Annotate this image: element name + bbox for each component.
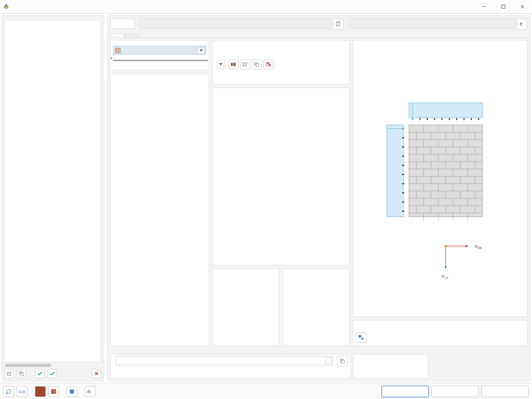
chevron-down-icon	[325, 357, 332, 364]
close-button[interactable]	[513, 0, 532, 13]
copy-item-button[interactable]	[17, 369, 26, 378]
tab-basis[interactable]	[110, 34, 124, 37]
preview-settings-button[interactable]	[356, 332, 367, 343]
kommentar-box	[110, 354, 351, 378]
svg-rect-20	[387, 125, 404, 217]
svg-rect-15	[256, 64, 259, 66]
cancel-button[interactable]	[431, 386, 479, 397]
svg-rect-10	[231, 63, 232, 66]
dickentyp-swatch-icon	[115, 48, 121, 53]
svg-rect-51	[359, 335, 361, 337]
svg-rect-1	[6, 5, 7, 6]
title-bar	[0, 0, 532, 14]
preview-tool-box	[353, 320, 527, 346]
left-panel: ✕	[2, 15, 104, 381]
app-icon	[3, 4, 9, 10]
material-delete-button[interactable]	[264, 59, 273, 69]
material-library-button[interactable]	[229, 59, 239, 69]
svg-rect-13	[243, 63, 246, 66]
kommentar-pick-button[interactable]	[337, 356, 348, 367]
footer-bar: 0,00 fx	[0, 383, 532, 399]
svg-rect-12	[234, 63, 236, 66]
panel-b-bottom-right	[283, 268, 350, 346]
preview-svg: D66 D77	[357, 52, 523, 312]
empty-box-1	[353, 354, 429, 378]
svg-rect-52	[361, 337, 364, 340]
fx-button[interactable]: fx	[85, 386, 96, 397]
svg-rect-3	[502, 5, 505, 8]
new-item-button[interactable]	[5, 369, 14, 378]
material-new-button[interactable]	[240, 59, 250, 69]
svg-text:77: 77	[445, 277, 448, 280]
check-button-1[interactable]	[35, 369, 44, 378]
delete-button[interactable]: ✕	[92, 369, 101, 378]
color-button[interactable]	[35, 386, 46, 397]
apply-button[interactable]	[481, 386, 529, 397]
name-input[interactable]	[140, 19, 332, 29]
dickentyp-dropdown-list[interactable]	[113, 60, 208, 61]
pick-surfaces-button[interactable]	[517, 19, 527, 30]
dickentyp-box	[110, 40, 209, 70]
svg-text:fx: fx	[87, 389, 91, 394]
edit-name-button[interactable]	[333, 19, 344, 30]
material-dropdown-button[interactable]	[217, 60, 224, 69]
material-copy-button[interactable]	[252, 59, 262, 69]
dickentyp-dropdown[interactable]	[113, 46, 206, 55]
svg-rect-58	[51, 389, 56, 394]
units-button[interactable]: 0,00	[17, 386, 27, 397]
svg-text:0,00: 0,00	[19, 390, 25, 394]
svg-text:D: D	[442, 274, 445, 278]
preview-box: D66 D77	[353, 40, 527, 317]
minimize-button[interactable]	[475, 0, 494, 13]
check-button-2[interactable]	[48, 369, 57, 378]
panel-b-bottom-left	[212, 268, 279, 346]
svg-rect-54	[342, 360, 345, 363]
svg-text:66: 66	[478, 246, 482, 249]
ok-button[interactable]	[382, 386, 429, 397]
svg-line-56	[6, 393, 7, 394]
svg-rect-11	[233, 63, 234, 66]
nr-input[interactable]	[110, 19, 134, 29]
assigned-input[interactable]	[350, 19, 515, 29]
kommentar-input[interactable]	[116, 356, 333, 365]
list-header	[2, 16, 103, 20]
highlight-box	[111, 57, 112, 59]
svg-rect-8	[21, 373, 24, 376]
help-button[interactable]	[3, 386, 14, 397]
list[interactable]	[5, 20, 101, 362]
svg-rect-6	[7, 372, 11, 375]
material-box	[212, 40, 350, 84]
main-panel: D66 D77	[107, 15, 530, 381]
pattern-button[interactable]	[48, 386, 59, 397]
tab-steifigkeitsmatrix[interactable]	[125, 34, 139, 37]
list-scrollbar[interactable]	[5, 363, 101, 368]
svg-text:D: D	[475, 244, 478, 249]
chevron-down-icon	[198, 47, 204, 54]
panel-b-middle	[212, 88, 350, 265]
panel-a-lower	[110, 74, 209, 346]
svg-rect-18	[409, 103, 483, 118]
dickentyp-header	[111, 41, 209, 45]
ortho-button[interactable]	[66, 386, 77, 397]
svg-rect-61	[70, 389, 74, 394]
maximize-button[interactable]	[494, 0, 513, 13]
